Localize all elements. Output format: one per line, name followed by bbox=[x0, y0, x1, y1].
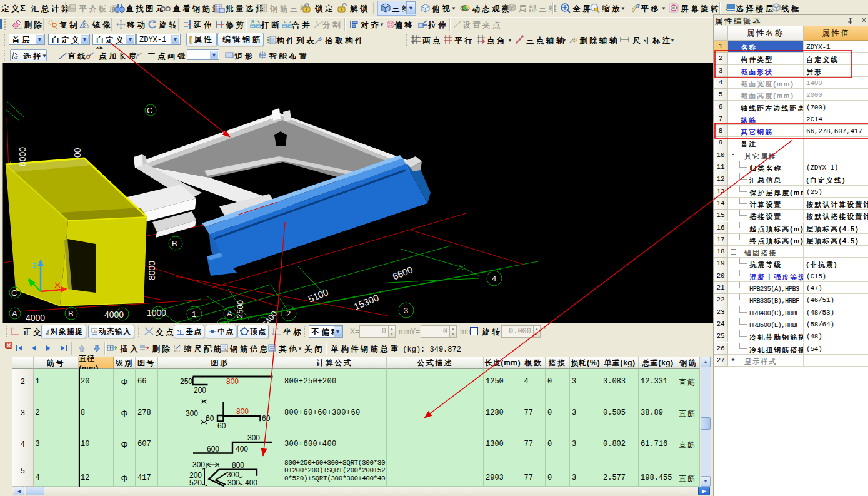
svg-text:2500: 2500 bbox=[235, 300, 245, 319]
svg-text:520: 520 bbox=[189, 478, 202, 487]
svg-text:B: B bbox=[172, 239, 177, 248]
svg-text:600: 600 bbox=[207, 445, 219, 453]
svg-text:00: 00 bbox=[72, 148, 82, 158]
svg-text:A: A bbox=[227, 309, 232, 318]
svg-text:250: 250 bbox=[180, 377, 192, 386]
svg-text:6400: 6400 bbox=[260, 309, 279, 323]
svg-text:2: 2 bbox=[286, 309, 291, 318]
svg-text:300: 300 bbox=[247, 433, 260, 442]
svg-text:300: 300 bbox=[192, 460, 205, 469]
svg-text:4: 4 bbox=[492, 274, 496, 283]
svg-text:z: z bbox=[32, 260, 37, 270]
svg-text:200: 200 bbox=[194, 386, 206, 395]
svg-text:8000: 8000 bbox=[17, 147, 27, 166]
svg-text:1: 1 bbox=[192, 310, 196, 319]
svg-text:800: 800 bbox=[236, 407, 249, 416]
svg-text:8000: 8000 bbox=[147, 261, 157, 280]
svg-text:C: C bbox=[11, 288, 17, 298]
svg-text:60: 60 bbox=[262, 414, 271, 423]
svg-text:5100: 5100 bbox=[307, 286, 330, 305]
svg-text:3: 3 bbox=[404, 306, 408, 315]
svg-text:400: 400 bbox=[236, 445, 248, 453]
svg-text:800: 800 bbox=[232, 461, 244, 470]
svg-text:B: B bbox=[68, 309, 74, 318]
svg-text:4000: 4000 bbox=[104, 310, 124, 320]
svg-text:300: 300 bbox=[227, 470, 239, 479]
svg-text:60: 60 bbox=[206, 414, 214, 423]
svg-text:400: 400 bbox=[245, 478, 257, 487]
svg-text:C: C bbox=[147, 106, 152, 115]
svg-text:4000: 4000 bbox=[26, 313, 45, 323]
svg-text:60: 60 bbox=[217, 422, 226, 430]
svg-text:x: x bbox=[276, 327, 278, 331]
svg-text:300: 300 bbox=[227, 478, 240, 487]
svg-text:A: A bbox=[12, 309, 17, 318]
svg-text:800: 800 bbox=[226, 377, 239, 386]
svg-text:300: 300 bbox=[186, 409, 198, 418]
svg-text:y: y bbox=[272, 332, 274, 335]
svg-text:6600: 6600 bbox=[391, 264, 414, 282]
svg-text:1000: 1000 bbox=[147, 308, 166, 318]
svg-text:12: 12 bbox=[94, 328, 97, 332]
